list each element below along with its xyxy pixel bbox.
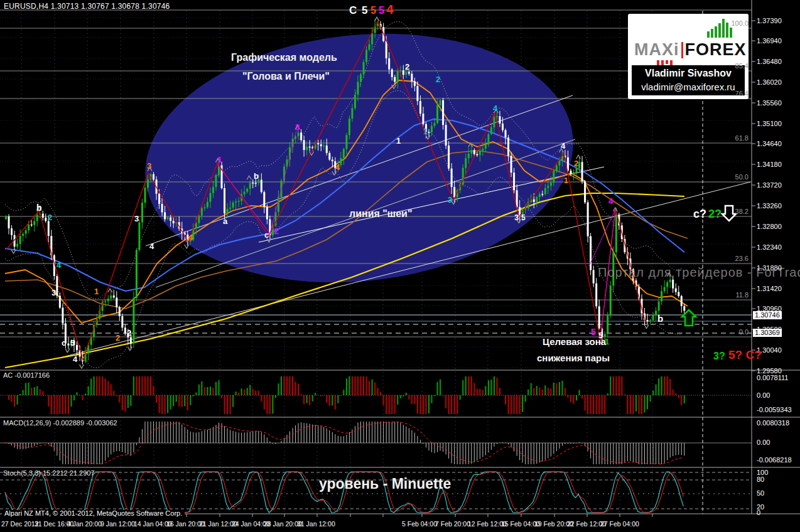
- wave-label: 5: [70, 339, 75, 347]
- stoch-scale-label: 80: [757, 476, 764, 483]
- time-label: 31 Jan 12:00: [297, 521, 335, 528]
- price-label: 1.34180: [757, 161, 782, 168]
- wave-label: 4: [493, 104, 497, 112]
- price-label: 1.31880: [757, 265, 782, 272]
- annotation-target-zone-1: Целевая зона: [543, 337, 606, 346]
- price-label: 1.35100: [757, 120, 782, 127]
- ac-scale-label: 0.0078111: [757, 375, 788, 381]
- macd-scale-label: 0.0080318: [757, 420, 789, 427]
- fib-level-label: 85.4: [691, 63, 749, 70]
- wave-label: c: [62, 339, 66, 347]
- stoch-scale-label: 0: [757, 509, 760, 516]
- wave-label: 4: [73, 355, 77, 363]
- annotation-stoch-level: уровень - Minuette: [319, 477, 451, 491]
- stoch-scale-label: 50: [757, 490, 764, 497]
- time-label: 5 Feb 04:00: [402, 521, 437, 528]
- price-level-lines: [0, 315, 752, 333]
- wave-label: 1: [217, 156, 222, 164]
- wave-label: 1: [94, 287, 99, 295]
- price-label: 1.37390: [757, 18, 782, 24]
- wave-label: C: [349, 5, 357, 16]
- pattern-ellipse: [132, 13, 585, 302]
- price-scale[interactable]: [752, 0, 800, 514]
- macd-scale-label: 0.00: [757, 439, 770, 446]
- wave-label: 2: [574, 159, 578, 168]
- mt4-chart-window: EURUSD,H4 1.30713 1.30767 1.30678 1.3074…: [0, 0, 800, 532]
- annotation-question-2: 2?: [708, 208, 722, 220]
- price-label: 1.34640: [757, 141, 782, 147]
- annotation-question-c: c?: [693, 208, 706, 220]
- fib-level-label: 0.0: [691, 329, 749, 336]
- wave-label: 5: [521, 214, 526, 221]
- annotation-question-5c: 5? C?: [728, 349, 762, 361]
- wave-label: 4: [149, 242, 154, 250]
- wave-label: 4: [608, 197, 613, 205]
- wave-label: 4: [561, 142, 565, 150]
- price-label: 1.36940: [757, 38, 782, 45]
- fib-level-label: 23.6: [691, 255, 749, 262]
- time-label: 27 Dec 2012: [1, 521, 39, 528]
- price-label: 1.36020: [757, 79, 782, 86]
- wave-label: 3: [295, 123, 300, 131]
- wave-label: 2: [405, 63, 409, 71]
- wave-label: 3: [51, 289, 56, 297]
- stoch-indicator-label: Stoch(5,3,3) 15.2212 21.2907: [3, 470, 95, 477]
- wave-label: b: [36, 203, 42, 212]
- wave-label: b: [657, 314, 663, 323]
- ac-scale-label: 0.00: [757, 392, 770, 399]
- wave-label: 1: [564, 177, 568, 184]
- time-label: 7 Feb 20:00: [435, 521, 470, 528]
- wave-label: 2: [274, 227, 278, 235]
- annotation-target-zone-2: снижения пары: [537, 353, 610, 363]
- wave-label: 5: [370, 6, 376, 16]
- annotation-question-3: 3?: [713, 351, 725, 361]
- price-label-highlight: 1.30369: [753, 329, 782, 337]
- price-label: 1.32800: [757, 223, 782, 230]
- wave-label: b: [254, 172, 259, 180]
- wave-label: 4: [335, 163, 340, 171]
- macd-indicator-label: MACD(12,26,9) -0.002889 -0.003062: [3, 420, 117, 427]
- wave-label: 4: [188, 233, 193, 242]
- ac-histogram: [0, 376, 752, 414]
- wave-label: 2: [48, 213, 52, 221]
- wave-label: 5: [379, 6, 384, 16]
- price-label: 1.32340: [757, 244, 782, 251]
- price-label: 1.31420: [757, 285, 782, 292]
- wave-label: 3: [134, 215, 139, 223]
- time-label: 4 Jan 20:00: [67, 521, 102, 528]
- wave-label: 3: [448, 196, 452, 204]
- price-label: 1.36480: [757, 58, 782, 65]
- price-label: 1.35560: [757, 100, 782, 107]
- wave-label: 5: [591, 327, 596, 336]
- price-label: 1.33260: [757, 203, 782, 210]
- logo-divider: [681, 42, 683, 58]
- fib-level-label: 11.8: [691, 292, 749, 299]
- wave-label: 1: [423, 127, 428, 136]
- annotation-pattern-name: "Голова и Плечи": [242, 72, 330, 82]
- wave-label: c: [264, 231, 269, 239]
- price-label-highlight: 1.30746: [753, 311, 782, 319]
- wave-label: 2: [116, 334, 120, 342]
- annotation-pattern-title: Графическая модель: [231, 53, 337, 63]
- fib-level-label: 61.8: [691, 135, 749, 142]
- annotation-neckline-label: линия "шеи": [349, 209, 413, 219]
- ac-scale-label: -0.0059343: [757, 407, 792, 413]
- wave-label: 2: [127, 329, 131, 337]
- time-label: 27 Feb 04:00: [600, 521, 639, 528]
- ac-indicator-label: AC -0.0017166: [3, 372, 50, 379]
- fib-level-label: 76.4: [691, 90, 749, 97]
- wave-label: 4: [386, 3, 394, 16]
- logo-brand-left: MAXi: [634, 40, 679, 60]
- macd-scale-label: -0.0068218: [757, 457, 792, 464]
- wave-label: 3: [514, 213, 519, 221]
- chart-title: EURUSD,H4 1.30713 1.30767 1.30678 1.3074…: [4, 3, 170, 10]
- wave-label: 3: [147, 162, 151, 170]
- wave-label: 1: [396, 137, 401, 145]
- logo-brand: MAXi FOREX: [634, 40, 747, 60]
- wave-label: 4: [57, 261, 61, 269]
- fib-level-label: 100.0: [691, 20, 749, 27]
- time-label: 28 Jan 20:00: [264, 521, 302, 528]
- time-label: 9 Jan 12:00: [100, 521, 135, 528]
- wave-label: 5: [362, 5, 367, 16]
- macd-pane: [0, 422, 752, 464]
